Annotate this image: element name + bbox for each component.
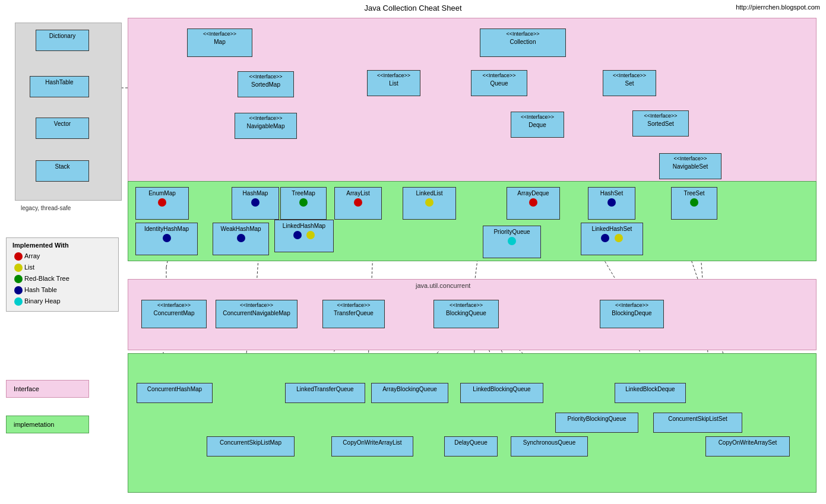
treeset-label: TreeSet xyxy=(683,190,704,196)
blockingqueue-label: BlockingQueue xyxy=(446,310,486,316)
priorityblockingqueue-label: PriorityBlockingQueue xyxy=(568,416,626,422)
sortedmap-box: <<Interface>> SortedMap xyxy=(238,71,294,97)
concurrentmap-label: ConcurrentMap xyxy=(154,310,195,316)
identityhashmap-box: IdentityHashMap xyxy=(135,223,198,255)
arraylist-label: ArrayList xyxy=(346,190,369,196)
legend-array: Array xyxy=(12,251,112,261)
legend-heap-label: Binary Heap xyxy=(24,297,61,305)
page-url: http://pierrchen.blogspot.com xyxy=(736,4,820,11)
queue-stereotype: <<Interface>> xyxy=(474,72,524,80)
delayqueue-box: DelayQueue xyxy=(444,436,498,457)
sortedset-box: <<Interface>> SortedSet xyxy=(632,110,689,137)
collection-label: Collection xyxy=(510,39,536,45)
enummap-label: EnumMap xyxy=(148,190,176,196)
blockingqueue-box: <<Interface>> BlockingQueue xyxy=(433,300,499,328)
legend-list: List xyxy=(12,262,112,272)
collection-stereotype: <<Interface>> xyxy=(483,31,562,38)
legend-title: Implemented With xyxy=(12,242,112,249)
linkedhashmap-label: LinkedHashMap xyxy=(283,223,325,229)
legend-interface-label: Interface xyxy=(14,385,39,392)
arrayblockingqueue-box: ArrayBlockingQueue xyxy=(371,383,448,403)
legend-interface-box: Interface xyxy=(6,380,89,398)
concurrentmap-stereotype: <<Interface>> xyxy=(145,302,203,309)
priorityqueue-label: PriorityQueue xyxy=(493,229,530,235)
linkedhashset-box: LinkedHashSet xyxy=(581,223,643,255)
list-stereotype: <<Interface>> xyxy=(371,72,417,80)
legend-hash-label: Hash Table xyxy=(24,286,57,293)
hashset-box: HashSet xyxy=(588,187,635,220)
treemap-dot xyxy=(299,198,308,207)
linkedlist-dot xyxy=(425,198,433,207)
stack-label: Stack xyxy=(55,163,69,170)
copyonwritearraylist-box: CopyOnWriteArrayList xyxy=(331,436,413,457)
concurrentskiplistset-box: ConcurrentSkipListSet xyxy=(653,413,742,433)
dictionary-box: Dictionary xyxy=(36,30,89,51)
sortedmap-stereotype: <<Interface>> xyxy=(241,74,290,81)
set-box: <<Interface>> Set xyxy=(603,70,656,96)
legend-list-label: List xyxy=(24,264,34,271)
blockingqueue-stereotype: <<Interface>> xyxy=(437,302,495,309)
hashmap-dot xyxy=(251,198,259,207)
hashtable-box: HashTable xyxy=(30,76,89,97)
legend-implemented-with: Implemented With Array List Red-Black Tr… xyxy=(6,237,119,312)
sortedmap-label: SortedMap xyxy=(251,81,280,88)
queue-box: <<Interface>> Queue xyxy=(471,70,527,96)
cnavmap-label: ConcurrentNavigableMap xyxy=(223,310,290,316)
deque-stereotype: <<Interface>> xyxy=(514,114,561,121)
linkedhashset-dot2 xyxy=(615,234,623,242)
deque-label: Deque xyxy=(528,122,546,128)
concurrentskiplistmap-label: ConcurrentSkipListMap xyxy=(220,439,281,446)
navigablemap-box: <<Interface>> NavigableMap xyxy=(235,113,297,139)
arraylist-box: ArrayList xyxy=(334,187,382,220)
blockingdeque-box: <<Interface>> BlockingDeque xyxy=(600,300,664,328)
hashset-dot xyxy=(607,198,616,207)
arrayblockingqueue-label: ArrayBlockingQueue xyxy=(382,386,437,392)
list-label: List xyxy=(389,80,398,87)
transferqueue-label: TransferQueue xyxy=(334,310,374,316)
map-box: <<Interface>> Map xyxy=(187,28,252,57)
hashtable-label: HashTable xyxy=(45,79,73,85)
weakhashmap-dot xyxy=(237,234,245,242)
arraydeque-label: ArrayDeque xyxy=(517,190,549,196)
transferqueue-stereotype: <<Interface>> xyxy=(326,302,381,309)
concurrent-label: java.util.concurrent xyxy=(416,282,470,289)
navigableset-box: <<Interface>> NavigableSet xyxy=(659,153,721,179)
navigablemap-stereotype: <<Interface>> xyxy=(238,115,293,122)
priorityqueue-dot xyxy=(508,237,516,245)
legend-heap: Binary Heap xyxy=(12,296,112,306)
linkedtransferqueue-box: LinkedTransferQueue xyxy=(285,383,365,403)
set-label: Set xyxy=(625,80,634,87)
delayqueue-label: DelayQueue xyxy=(454,439,488,446)
concurrentmap-box: <<Interface>> ConcurrentMap xyxy=(141,300,207,328)
treemap-box: TreeMap xyxy=(280,187,327,220)
linkedhashset-dot1 xyxy=(601,234,609,242)
legend-red-dot xyxy=(14,252,23,261)
transferqueue-box: <<Interface>> TransferQueue xyxy=(322,300,385,328)
vector-label: Vector xyxy=(54,121,71,127)
copyonwritearraylist-label: CopyOnWriteArrayList xyxy=(343,439,401,446)
enummap-dot xyxy=(158,198,166,207)
treeset-box: TreeSet xyxy=(671,187,717,220)
concurrentskiplistset-label: ConcurrentSkipListSet xyxy=(668,416,727,422)
dictionary-label: Dictionary xyxy=(49,33,75,39)
synchronousqueue-box: SynchronousQueue xyxy=(511,436,588,457)
linkedblockdeque-box: LinkedBlockDeque xyxy=(615,383,686,403)
blockingdeque-label: BlockingDeque xyxy=(612,310,651,316)
copyonwritearrayset-label: CopyOnWriteArraySet xyxy=(719,439,777,446)
priorityqueue-box: PriorityQueue xyxy=(483,226,541,258)
priorityblockingqueue-box: PriorityBlockingQueue xyxy=(555,413,638,433)
hashset-label: HashSet xyxy=(600,190,623,196)
blockingdeque-stereotype: <<Interface>> xyxy=(603,302,660,309)
treeset-dot xyxy=(690,198,698,207)
arraydeque-box: ArrayDeque xyxy=(507,187,560,220)
collection-box: <<Interface>> Collection xyxy=(480,28,566,57)
weakhashmap-box: WeakHashMap xyxy=(213,223,269,255)
map-stereotype: <<Interface>> xyxy=(191,31,249,38)
synchronousqueue-label: SynchronousQueue xyxy=(523,439,575,446)
legend-rbt: Red-Black Tree xyxy=(12,274,112,283)
identityhashmap-dot xyxy=(163,234,171,242)
hashmap-label: HashMap xyxy=(243,190,268,196)
linkedlist-box: LinkedList xyxy=(403,187,456,220)
arraydeque-dot xyxy=(529,198,537,207)
legacy-label: legacy, thread-safe xyxy=(21,205,71,211)
